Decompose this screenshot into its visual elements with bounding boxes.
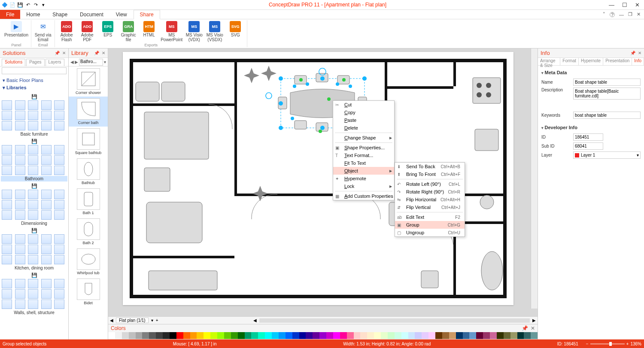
- submenu-rotate-left[interactable]: ↶Rotate Left (90°)Ctrl+L: [395, 180, 465, 188]
- color-swatch[interactable]: [204, 332, 210, 339]
- save-icon[interactable]: 💾: [17, 2, 23, 8]
- zoom-out-icon[interactable]: −: [586, 342, 589, 346]
- canvas-scrollbar-vertical[interactable]: [531, 48, 538, 309]
- submenu-flip-h[interactable]: ⇋Flip HorizontalCtrl+Alt+H: [395, 196, 465, 203]
- submenu-bring-front[interactable]: ⬆Bring To FrontCtrl+Alt+F: [395, 170, 465, 178]
- color-swatch[interactable]: [279, 332, 286, 339]
- menu-delete[interactable]: Delete: [333, 124, 394, 132]
- menu-hypernote[interactable]: ✦Hypernote: [333, 175, 394, 182]
- color-swatch[interactable]: [449, 332, 456, 339]
- color-swatch[interactable]: [456, 332, 463, 339]
- metadata-section-header[interactable]: Meta Data: [541, 68, 641, 77]
- color-swatch[interactable]: [129, 332, 136, 339]
- color-swatch[interactable]: [510, 332, 517, 339]
- color-swatch[interactable]: [381, 332, 388, 339]
- zoom-control[interactable]: − + 136%: [586, 342, 641, 346]
- export-eps-button[interactable]: EPSEPS: [99, 20, 117, 43]
- tree-libraries[interactable]: ▾ Libraries: [3, 84, 66, 91]
- context-menu[interactable]: ✂CutCopyPasteDeleteChange Shape▶▣Shape P…: [333, 100, 395, 200]
- color-swatch[interactable]: [531, 332, 538, 339]
- color-swatch[interactable]: [245, 332, 252, 339]
- panel-close-icon[interactable]: ✕: [102, 51, 105, 55]
- color-swatch[interactable]: [251, 332, 258, 339]
- color-swatch[interactable]: [108, 332, 115, 339]
- subid-field[interactable]: [573, 142, 603, 150]
- library-item-bathtub[interactable]: Bathtub: [69, 157, 108, 187]
- export-ms-visio-vsdx--button[interactable]: MS MS Visio (VSDX): [206, 20, 224, 43]
- color-swatch[interactable]: [170, 332, 176, 339]
- close-icon[interactable]: ✕: [635, 2, 640, 8]
- mdi-restore-icon[interactable]: ❐: [628, 12, 632, 17]
- menu-copy[interactable]: Copy: [333, 109, 394, 116]
- color-swatch[interactable]: [504, 332, 510, 339]
- zoom-in-icon[interactable]: +: [626, 342, 629, 346]
- export-adobe-pdf-button[interactable]: ADOAdobe PDF: [78, 20, 96, 43]
- color-swatch[interactable]: [469, 332, 476, 339]
- library-item-whirlpool-tub[interactable]: Whirlpool tub: [69, 247, 108, 277]
- subtab-arrange[interactable]: Arrange & Size: [538, 58, 560, 65]
- color-swatch[interactable]: [415, 332, 422, 339]
- color-swatch[interactable]: [136, 332, 143, 339]
- color-swatch[interactable]: [306, 332, 313, 339]
- color-swatch[interactable]: [374, 332, 381, 339]
- color-swatch[interactable]: [340, 332, 347, 339]
- submenu-ungroup[interactable]: ▢UngroupCtrl+U: [395, 229, 465, 236]
- color-swatch[interactable]: [319, 332, 326, 339]
- export-adobe-flash-button[interactable]: ADOAdobe Flash: [58, 20, 76, 43]
- pin-icon[interactable]: 📌: [55, 51, 60, 55]
- tree-basic-floor-plans[interactable]: ▾ Basic Floor Plans: [3, 77, 66, 84]
- color-swatch[interactable]: [210, 332, 217, 339]
- mdi-close-icon[interactable]: ✕: [637, 12, 641, 17]
- help-chevron-icon[interactable]: ˄: [603, 12, 605, 17]
- keywords-field[interactable]: [573, 112, 641, 119]
- nav-back-icon[interactable]: ◀: [70, 60, 74, 64]
- color-swatch[interactable]: [367, 332, 374, 339]
- color-swatch[interactable]: [490, 332, 497, 339]
- library-item-bath-1[interactable]: Bath 1: [69, 187, 108, 217]
- color-swatch[interactable]: [395, 332, 401, 339]
- color-swatch[interactable]: [299, 332, 306, 339]
- new-doc-icon[interactable]: 📄: [9, 2, 15, 8]
- mdi-minimize-icon[interactable]: —: [619, 12, 624, 17]
- color-swatch[interactable]: [265, 332, 272, 339]
- panel-close-icon[interactable]: ✕: [638, 51, 641, 55]
- menu-object[interactable]: Object▶: [333, 167, 394, 175]
- color-swatch[interactable]: [176, 332, 183, 339]
- color-swatch[interactable]: [408, 332, 415, 339]
- color-swatch[interactable]: [497, 332, 504, 339]
- panel-close-icon[interactable]: ✕: [62, 51, 66, 55]
- panel-close-icon[interactable]: ✕: [531, 325, 535, 331]
- subtab-presentation[interactable]: Presentation: [603, 58, 632, 65]
- devinfo-section-header[interactable]: Developer Info: [541, 123, 641, 132]
- tab-view[interactable]: View: [110, 10, 134, 19]
- chevron-down-icon[interactable]: ▾: [104, 60, 106, 64]
- color-swatch[interactable]: [326, 332, 333, 339]
- color-swatch[interactable]: [354, 332, 361, 339]
- presentation-button[interactable]: ▶ Presentation: [4, 20, 28, 43]
- subtab-info[interactable]: Info: [632, 58, 644, 65]
- submenu-edit-text[interactable]: abEdit TextF2: [395, 213, 465, 221]
- color-swatch[interactable]: [272, 332, 279, 339]
- export-graphic-file-button[interactable]: GRAGraphic file: [119, 20, 137, 43]
- menu-text-format[interactable]: TText Format...: [333, 151, 394, 159]
- color-swatch[interactable]: [524, 332, 531, 339]
- id-field[interactable]: [573, 133, 603, 141]
- submenu-rotate-right[interactable]: ↷Rotate Right (90°)Ctrl+R: [395, 188, 465, 196]
- gallery-section-bathroom[interactable]: 💾Bathroom: [1, 139, 67, 182]
- canvas-scrollbar-horizontal[interactable]: [259, 318, 530, 323]
- nav-fwd-icon[interactable]: ▶: [75, 60, 78, 64]
- library-selector[interactable]: Bathro...: [79, 59, 103, 66]
- canvas-viewport[interactable]: [108, 48, 538, 316]
- context-submenu-object[interactable]: ⬇Send To BackCtrl+Alt+B⬆Bring To FrontCt…: [395, 162, 465, 237]
- submenu-group[interactable]: ▣GroupCtrl+G: [395, 221, 465, 229]
- help-icon[interactable]: ?: [610, 12, 615, 17]
- export-html-button[interactable]: HTMHTML: [140, 20, 158, 43]
- color-swatch[interactable]: [183, 332, 190, 339]
- pin-icon[interactable]: 📌: [94, 51, 99, 55]
- color-swatch[interactable]: [286, 332, 292, 339]
- export-ms-visio-vdx--button[interactable]: MS MS Visio (VDX): [185, 20, 203, 43]
- color-swatch[interactable]: [115, 332, 122, 339]
- hscroll-right-icon[interactable]: ▶: [532, 318, 536, 323]
- color-swatch[interactable]: [388, 332, 395, 339]
- hscroll-left-icon[interactable]: ◀: [253, 318, 257, 323]
